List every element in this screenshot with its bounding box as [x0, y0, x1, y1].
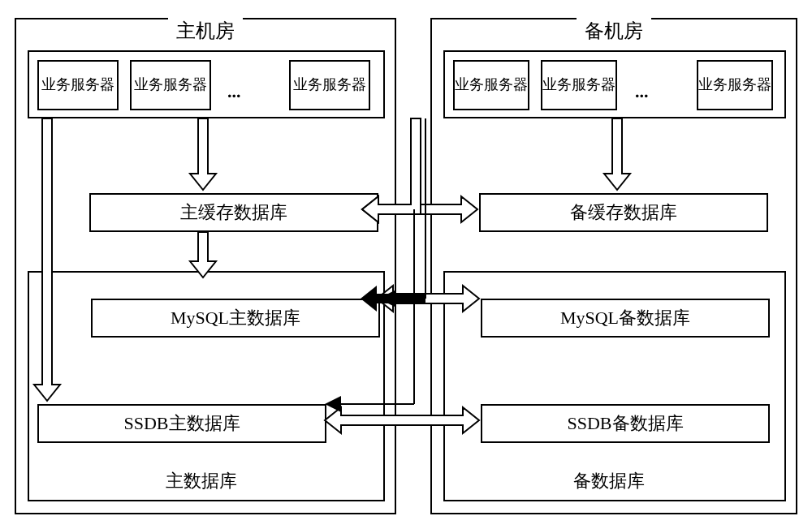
backup-db-group-label: 备数据库 — [567, 469, 651, 493]
primary-db-group-label: 主数据库 — [159, 469, 244, 493]
backup-service-container: 业务服务器 业务服务器 ... 业务服务器 — [443, 50, 786, 118]
primary-room: 主机房 业务服务器 业务服务器 ... 业务服务器 主缓存数据库 MySQL主数… — [15, 18, 396, 514]
primary-ssdb-db: SSDB主数据库 — [37, 404, 326, 443]
backup-service-server-1: 业务服务器 — [453, 60, 529, 110]
backup-room: 备机房 业务服务器 业务服务器 ... 业务服务器 备缓存数据库 MySQL备数… — [430, 18, 797, 514]
ellipsis-icon: ... — [635, 81, 649, 102]
primary-cache-db: 主缓存数据库 — [89, 193, 378, 232]
primary-room-title: 主机房 — [168, 18, 243, 44]
backup-cache-db: 备缓存数据库 — [479, 193, 768, 232]
backup-ssdb-db: SSDB备数据库 — [481, 404, 770, 443]
backup-service-server-2: 业务服务器 — [541, 60, 617, 110]
primary-service-server-3: 业务服务器 — [289, 60, 370, 110]
primary-service-server-1: 业务服务器 — [37, 60, 119, 110]
primary-service-container: 业务服务器 业务服务器 ... 业务服务器 — [28, 50, 385, 118]
backup-room-title: 备机房 — [577, 18, 651, 44]
primary-db-container: MySQL主数据库 SSDB主数据库 主数据库 — [28, 271, 385, 501]
backup-db-container: MySQL备数据库 SSDB备数据库 备数据库 — [443, 271, 786, 501]
backup-service-server-3: 业务服务器 — [697, 60, 773, 110]
ellipsis-icon: ... — [227, 81, 241, 102]
backup-mysql-db: MySQL备数据库 — [481, 299, 770, 338]
primary-service-server-2: 业务服务器 — [130, 60, 211, 110]
primary-mysql-db: MySQL主数据库 — [91, 299, 380, 338]
